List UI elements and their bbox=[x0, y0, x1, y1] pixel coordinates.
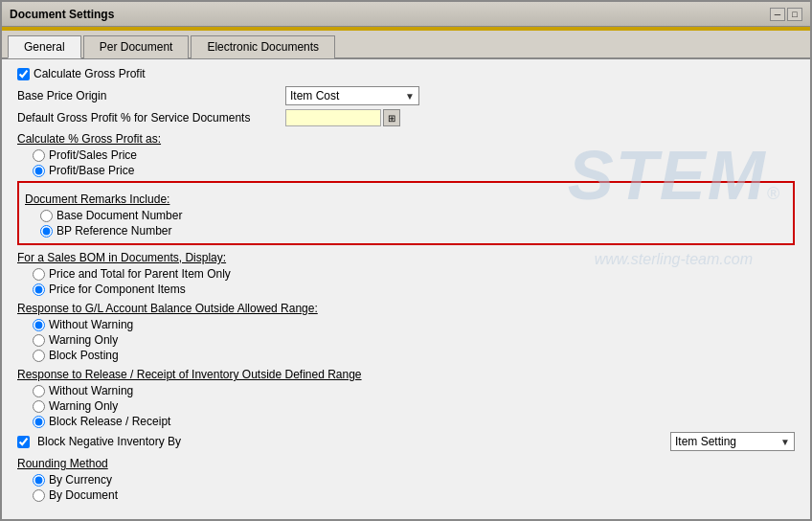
price-component-radio[interactable] bbox=[33, 283, 45, 296]
tab-per-document[interactable]: Per Document bbox=[83, 35, 190, 58]
base-doc-number-row: Base Document Number bbox=[40, 209, 787, 222]
by-currency-row: By Currency bbox=[33, 473, 795, 487]
by-document-row: By Document bbox=[33, 488, 795, 502]
profit-sales-label: Profit/Sales Price bbox=[49, 148, 137, 162]
warning-only-row: Warning Only bbox=[33, 333, 795, 347]
block-posting-label: Block Posting bbox=[49, 349, 119, 362]
default-gross-profit-input: ⊞ bbox=[285, 109, 400, 126]
price-total-parent-row: Price and Total for Parent Item Only bbox=[33, 267, 795, 281]
calc-pct-title: Calculate % Gross Profit as: bbox=[17, 132, 795, 146]
by-currency-radio[interactable] bbox=[33, 474, 45, 487]
price-total-parent-radio[interactable] bbox=[33, 268, 45, 281]
profit-sales-row: Profit/Sales Price bbox=[33, 148, 795, 162]
without-warning2-label: Without Warning bbox=[49, 384, 133, 397]
calculate-gross-profit-checkbox[interactable] bbox=[17, 68, 30, 80]
block-negative-dropdown-arrow-icon: ▼ bbox=[780, 437, 790, 447]
block-negative-label: Block Negative Inventory By bbox=[37, 435, 643, 448]
base-price-origin-dropdown[interactable]: Item Cost ▼ bbox=[285, 86, 419, 105]
release-receipt-section: Response to Release / Receipt of Invento… bbox=[17, 368, 795, 428]
calculator-button[interactable]: ⊞ bbox=[383, 109, 400, 126]
block-release-row: Block Release / Receipt bbox=[33, 415, 795, 428]
block-negative-row: Block Negative Inventory By Item Setting… bbox=[17, 432, 795, 451]
window-title: Document Settings bbox=[10, 8, 114, 21]
main-window: Document Settings ─ □ General Per Docume… bbox=[0, 0, 812, 521]
calculate-gross-profit-row: Calculate Gross Profit bbox=[17, 67, 795, 80]
without-warning2-radio[interactable] bbox=[33, 385, 45, 397]
sales-bom-section: For a Sales BOM in Documents, Display: P… bbox=[17, 251, 795, 296]
by-document-radio[interactable] bbox=[33, 489, 45, 502]
price-component-label: Price for Component Items bbox=[49, 283, 186, 296]
default-gross-profit-row: Default Gross Profit % for Service Docum… bbox=[17, 109, 795, 126]
calc-pct-section: Calculate % Gross Profit as: Profit/Sale… bbox=[17, 132, 795, 177]
base-price-origin-label: Base Price Origin bbox=[17, 89, 285, 102]
gl-response-section: Response to G/L Account Balance Outside … bbox=[17, 302, 795, 362]
calculate-gross-profit-label: Calculate Gross Profit bbox=[34, 67, 146, 80]
price-total-parent-label: Price and Total for Parent Item Only bbox=[49, 267, 231, 281]
gross-profit-value-input[interactable] bbox=[285, 109, 381, 126]
base-price-origin-row: Base Price Origin Item Cost ▼ bbox=[17, 86, 795, 105]
sales-bom-title: For a Sales BOM in Documents, Display: bbox=[17, 251, 795, 264]
profit-base-row: Profit/Base Price bbox=[33, 164, 795, 177]
title-buttons: ─ □ bbox=[770, 8, 802, 21]
bp-ref-number-label: BP Reference Number bbox=[56, 224, 172, 238]
warning-only2-row: Warning Only bbox=[33, 399, 795, 413]
bp-ref-number-row: BP Reference Number bbox=[40, 224, 787, 238]
block-release-label: Block Release / Receipt bbox=[49, 415, 170, 428]
profit-base-label: Profit/Base Price bbox=[49, 164, 134, 177]
tab-electronic-documents[interactable]: Electronic Documents bbox=[191, 35, 335, 58]
warning-only2-radio[interactable] bbox=[33, 400, 45, 413]
without-warning2-row: Without Warning bbox=[33, 384, 795, 397]
by-currency-label: By Currency bbox=[49, 473, 112, 487]
rounding-method-section: Rounding Method By Currency By Document bbox=[17, 457, 795, 502]
base-doc-number-label: Base Document Number bbox=[56, 209, 182, 222]
release-receipt-title: Response to Release / Receipt of Invento… bbox=[17, 368, 795, 381]
doc-remarks-section: Document Remarks Include: Base Document … bbox=[17, 181, 795, 245]
warning-only-label: Warning Only bbox=[49, 333, 118, 347]
block-negative-dropdown[interactable]: Item Setting ▼ bbox=[670, 432, 795, 451]
profit-base-radio[interactable] bbox=[33, 165, 45, 177]
by-document-label: By Document bbox=[49, 488, 118, 502]
block-release-radio[interactable] bbox=[33, 416, 45, 428]
doc-remarks-title: Document Remarks Include: bbox=[25, 193, 787, 206]
price-component-row: Price for Component Items bbox=[33, 283, 795, 296]
dropdown-arrow-icon: ▼ bbox=[405, 91, 415, 102]
title-bar: Document Settings ─ □ bbox=[2, 2, 810, 27]
without-warning-label: Without Warning bbox=[49, 318, 133, 331]
base-doc-number-radio[interactable] bbox=[40, 210, 53, 222]
block-negative-checkbox[interactable] bbox=[17, 436, 30, 448]
block-posting-radio[interactable] bbox=[33, 350, 45, 362]
without-warning-radio[interactable] bbox=[33, 319, 45, 331]
general-tab-content: STEM® www.sterling-team.com Calculate Gr… bbox=[2, 59, 810, 519]
warning-only-radio[interactable] bbox=[33, 334, 45, 347]
maximize-button[interactable]: □ bbox=[787, 8, 802, 21]
minimize-button[interactable]: ─ bbox=[770, 8, 785, 21]
gl-response-title: Response to G/L Account Balance Outside … bbox=[17, 302, 795, 315]
block-posting-row: Block Posting bbox=[33, 349, 795, 362]
without-warning-row: Without Warning bbox=[33, 318, 795, 331]
tab-general[interactable]: General bbox=[8, 35, 81, 58]
base-price-origin-input: Item Cost ▼ bbox=[285, 86, 419, 105]
rounding-method-title: Rounding Method bbox=[17, 457, 795, 470]
warning-only2-label: Warning Only bbox=[49, 399, 118, 413]
bp-ref-number-radio[interactable] bbox=[40, 225, 53, 238]
tab-bar: General Per Document Electronic Document… bbox=[2, 31, 810, 59]
default-gross-profit-label: Default Gross Profit % for Service Docum… bbox=[17, 111, 285, 125]
profit-sales-radio[interactable] bbox=[33, 149, 45, 162]
